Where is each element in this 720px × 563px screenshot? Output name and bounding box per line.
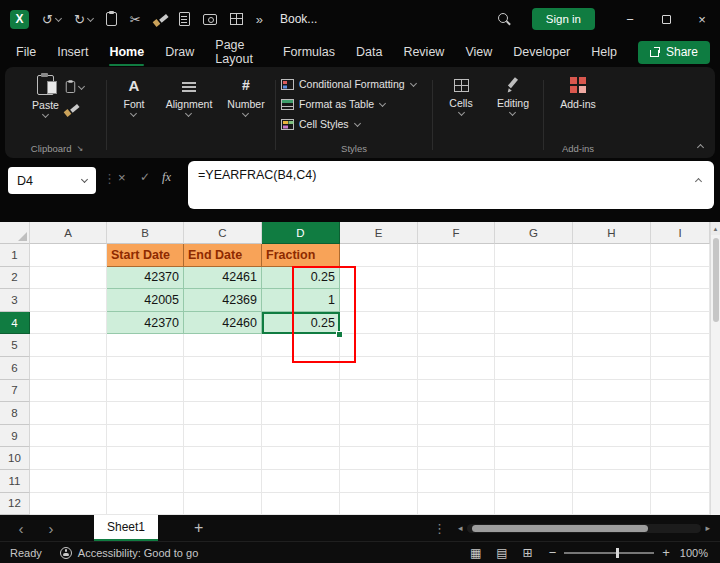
cell[interactable] — [573, 470, 651, 493]
cell[interactable] — [340, 357, 418, 380]
cell[interactable] — [495, 470, 573, 493]
cell[interactable] — [573, 267, 651, 290]
cell[interactable] — [340, 380, 418, 403]
add-sheet-button[interactable]: + — [194, 519, 203, 537]
menu-file[interactable]: File — [16, 41, 36, 63]
paste-options-button[interactable] — [65, 80, 84, 94]
scroll-left-button[interactable]: ◂ — [458, 523, 463, 533]
cell[interactable] — [262, 357, 340, 380]
cell[interactable] — [107, 402, 184, 425]
undo-button[interactable]: ↺ — [42, 12, 61, 27]
cell[interactable] — [495, 425, 573, 448]
cell[interactable] — [340, 402, 418, 425]
cell[interactable] — [495, 493, 573, 516]
conditional-formatting-button[interactable]: Conditional Formatting — [281, 78, 427, 90]
cell[interactable] — [30, 267, 107, 290]
cell[interactable] — [30, 289, 107, 312]
column-header-I[interactable]: I — [651, 222, 710, 244]
cell[interactable] — [184, 402, 262, 425]
close-button[interactable]: × — [684, 0, 720, 38]
cell[interactable] — [340, 289, 418, 312]
previous-sheet-button[interactable]: ‹ — [12, 520, 30, 537]
row-header-4[interactable]: 4 — [0, 312, 30, 335]
addins-button[interactable]: Add-ins — [558, 72, 598, 113]
cell[interactable] — [418, 470, 495, 493]
cell-C1[interactable]: End Date — [184, 244, 262, 267]
alignment-group-button[interactable]: Alignment — [164, 72, 215, 119]
cell[interactable] — [651, 493, 710, 516]
cell[interactable] — [340, 447, 418, 470]
cell-D4-active[interactable]: 0.25 — [262, 312, 340, 335]
cell[interactable] — [30, 402, 107, 425]
cell[interactable] — [340, 267, 418, 290]
cell[interactable] — [340, 493, 418, 516]
menu-insert[interactable]: Insert — [57, 41, 88, 63]
column-header-E[interactable]: E — [340, 222, 418, 244]
editing-group-button[interactable]: Editing — [495, 72, 531, 118]
cell[interactable] — [495, 244, 573, 267]
column-header-H[interactable]: H — [573, 222, 651, 244]
horizontal-scrollbar-thumb[interactable] — [472, 525, 648, 532]
cell[interactable] — [418, 289, 495, 312]
cell[interactable] — [651, 334, 710, 357]
table-qat-button[interactable] — [230, 13, 243, 25]
column-header-C[interactable]: C — [184, 222, 262, 244]
format-painter-qat-button[interactable] — [154, 13, 166, 26]
cell[interactable] — [30, 447, 107, 470]
page-break-view-button[interactable]: ⊞ — [523, 546, 533, 560]
column-header-B[interactable]: B — [107, 222, 184, 244]
cell[interactable] — [262, 334, 340, 357]
cell-B4[interactable]: 42370 — [107, 312, 184, 335]
row-header-3[interactable]: 3 — [0, 289, 30, 312]
cells-group-button[interactable]: Cells — [447, 72, 474, 118]
menu-view[interactable]: View — [465, 41, 492, 63]
zoom-slider-thumb[interactable] — [616, 548, 619, 558]
menu-draw[interactable]: Draw — [165, 41, 194, 63]
cell[interactable] — [262, 470, 340, 493]
row-header-6[interactable]: 6 — [0, 357, 30, 380]
cell[interactable] — [495, 357, 573, 380]
select-all-button[interactable] — [0, 222, 30, 244]
name-box[interactable]: D4 — [8, 167, 96, 194]
cell-styles-button[interactable]: Cell Styles — [281, 118, 427, 130]
cell[interactable] — [495, 402, 573, 425]
column-header-F[interactable]: F — [418, 222, 495, 244]
cell[interactable] — [30, 312, 107, 335]
cell-D3[interactable]: 1 — [262, 289, 340, 312]
cell[interactable] — [418, 380, 495, 403]
cell[interactable] — [184, 357, 262, 380]
column-header-G[interactable]: G — [495, 222, 573, 244]
cell[interactable] — [495, 447, 573, 470]
clipboard-dialog-launcher[interactable]: ↘ — [76, 144, 83, 153]
cell[interactable] — [30, 493, 107, 516]
cell[interactable] — [573, 244, 651, 267]
menu-formulas[interactable]: Formulas — [283, 41, 335, 63]
cell[interactable] — [184, 334, 262, 357]
format-painter-button[interactable] — [65, 103, 84, 116]
maximize-button[interactable] — [648, 0, 684, 38]
enter-button[interactable]: ✓ — [140, 170, 150, 184]
row-header-11[interactable]: 11 — [0, 470, 30, 493]
row-header-5[interactable]: 5 — [0, 334, 30, 357]
page-layout-view-button[interactable]: ▤ — [496, 546, 507, 560]
fill-handle[interactable] — [336, 331, 343, 338]
cell[interactable] — [184, 425, 262, 448]
cell[interactable] — [184, 447, 262, 470]
share-button[interactable]: Share — [638, 41, 710, 64]
next-sheet-button[interactable]: › — [42, 520, 60, 537]
cell[interactable] — [262, 380, 340, 403]
menu-home[interactable]: Home — [109, 41, 144, 63]
cell[interactable] — [651, 402, 710, 425]
cell-C4[interactable]: 42460 — [184, 312, 262, 335]
cell[interactable] — [651, 470, 710, 493]
cell[interactable] — [418, 244, 495, 267]
cell[interactable] — [262, 425, 340, 448]
cell-B2[interactable]: 42370 — [107, 267, 184, 290]
menu-page-layout[interactable]: Page Layout — [215, 34, 262, 70]
cell-D1[interactable]: Fraction — [262, 244, 340, 267]
sheet-options-icon[interactable]: ⋮ — [433, 521, 446, 536]
cell[interactable] — [184, 470, 262, 493]
cell[interactable] — [573, 402, 651, 425]
cancel-button[interactable]: × — [118, 170, 126, 185]
camera-button[interactable] — [203, 14, 217, 25]
